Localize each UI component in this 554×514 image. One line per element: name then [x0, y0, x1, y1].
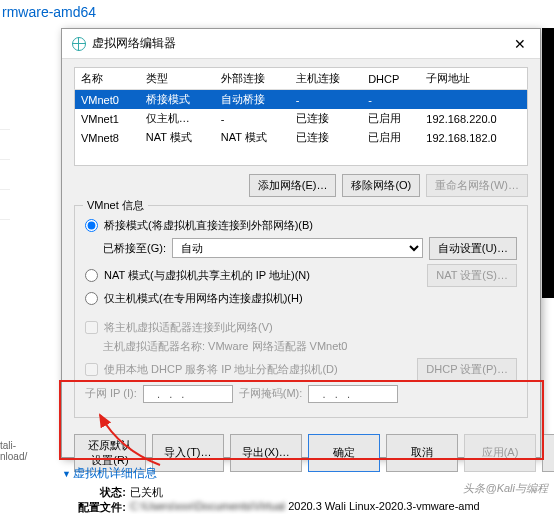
vmnet-info-group: VMnet 信息 桥接模式(将虚拟机直接连接到外部网络)(B) 已桥接至(G):… [74, 205, 528, 418]
subnet-ip-label: 子网 IP (I): [85, 386, 137, 401]
remove-network-button[interactable]: 移除网络(O) [342, 174, 420, 197]
auto-settings-button[interactable]: 自动设置(U)… [429, 237, 517, 260]
dialog-titlebar: 虚拟网络编辑器 ✕ [62, 29, 540, 59]
connect-host-adapter-checkbox: 将主机虚拟适配器连接到此网络(V) [85, 320, 517, 335]
network-icon [72, 37, 86, 51]
config-value: C:\Users\xxx\Documents\Virtual 2020.3 Wa… [130, 500, 480, 514]
subnet-ip-input [143, 385, 233, 403]
add-network-button[interactable]: 添加网络(E)… [249, 174, 337, 197]
help-button[interactable]: 帮助 [542, 434, 554, 472]
left-hint: tali- nload/ [0, 440, 27, 462]
table-row[interactable]: VMnet1仅主机…-已连接已启用192.168.220.0 [75, 109, 528, 128]
col-host[interactable]: 主机连接 [290, 68, 362, 90]
header-breadcrumb[interactable]: rmware-amd64 [0, 0, 554, 24]
virtual-network-editor-dialog: 虚拟网络编辑器 ✕ 名称 类型 外部连接 主机连接 DHCP 子网地址 VMne… [61, 28, 541, 458]
nat-mode-radio[interactable]: NAT 模式(与虚拟机共享主机的 IP 地址)(N) [85, 268, 421, 283]
close-icon[interactable]: ✕ [510, 36, 530, 52]
col-dhcp[interactable]: DHCP [362, 68, 420, 90]
rename-network-button: 重命名网络(W)… [426, 174, 528, 197]
watermark: 头条@Kali与编程 [463, 481, 548, 496]
bridge-mode-radio[interactable]: 桥接模式(将虚拟机直接连接到外部网络)(B) [85, 218, 517, 233]
col-type[interactable]: 类型 [140, 68, 215, 90]
col-ext[interactable]: 外部连接 [215, 68, 290, 90]
group-title: VMnet 信息 [83, 198, 148, 213]
bridge-to-label: 已桥接至(G): [103, 241, 166, 256]
dhcp-checkbox: 使用本地 DHCP 服务将 IP 地址分配给虚拟机(D) [85, 362, 411, 377]
dialog-title-text: 虚拟网络编辑器 [92, 35, 510, 52]
vm-detail-section: 虚拟机详细信息 状态:已关机 配置文件:C:\Users\xxx\Documen… [62, 465, 480, 514]
col-name[interactable]: 名称 [75, 68, 140, 90]
table-row[interactable]: VMnet0桥接模式自动桥接-- [75, 90, 528, 110]
subnet-mask-label: 子网掩码(M): [239, 386, 303, 401]
adapter-name-label: 主机虚拟适配器名称: VMware 网络适配器 VMnet0 [85, 339, 517, 354]
table-row[interactable]: VMnet8NAT 模式NAT 模式已连接已启用192.168.182.0 [75, 128, 528, 147]
state-label: 状态: [62, 485, 126, 500]
subnet-mask-input [308, 385, 398, 403]
config-label: 配置文件: [62, 500, 126, 514]
col-subnet[interactable]: 子网地址 [420, 68, 527, 90]
state-value: 已关机 [130, 485, 163, 500]
bridge-to-select[interactable]: 自动 [172, 238, 423, 258]
nat-settings-button: NAT 设置(S)… [427, 264, 517, 287]
hostonly-mode-radio[interactable]: 仅主机模式(在专用网络内连接虚拟机)(H) [85, 291, 517, 306]
detail-heading[interactable]: 虚拟机详细信息 [62, 465, 480, 482]
network-table[interactable]: 名称 类型 外部连接 主机连接 DHCP 子网地址 VMnet0桥接模式自动桥接… [74, 67, 528, 166]
dhcp-settings-button: DHCP 设置(P)… [417, 358, 517, 381]
left-toolbar [0, 100, 10, 220]
background-panel [542, 28, 554, 298]
